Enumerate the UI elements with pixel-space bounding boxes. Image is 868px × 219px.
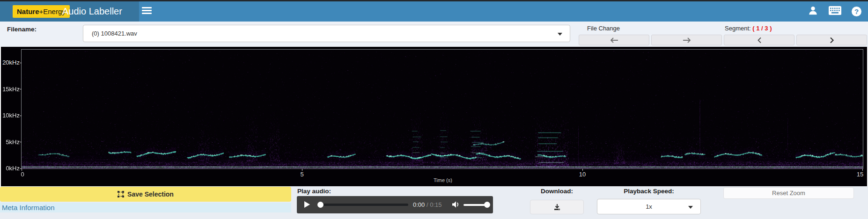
filename-select-value: (0) 1008421.wav [92, 30, 137, 37]
file-change-label: File Change [580, 25, 627, 32]
audio-labeller-app: Nature+Energy Audio Labeller ? Filename:… [0, 0, 868, 219]
duration: 0:15 [430, 201, 441, 208]
volume-thumb[interactable] [484, 202, 490, 208]
chevron-right-icon [830, 37, 834, 44]
time-display: 0:00 / 0:15 [413, 201, 442, 208]
segment-prev-button[interactable] [724, 35, 794, 45]
y-tick-15khz: 15kHz [1, 86, 20, 93]
user-icon[interactable] [808, 5, 818, 18]
y-tick-5khz: 5kHz [1, 139, 20, 146]
arrow-right-icon [683, 37, 691, 43]
play-icon[interactable] [304, 201, 310, 208]
navbar: Nature+Energy Audio Labeller ? [0, 1, 868, 22]
brand-badge-bold: Nature [17, 7, 39, 15]
page-title: Audio Labeller [62, 1, 122, 22]
x-tick-15: 15 [853, 171, 867, 178]
x-axis-title: Time (s) [396, 177, 490, 183]
bottom-controls: Save Selection Meta Information Play aud… [0, 186, 868, 219]
y-tick-20khz: 20kHz [1, 59, 20, 66]
selection-icon [118, 191, 124, 197]
playback-speed-select[interactable]: 1x [597, 199, 701, 214]
play-audio-label: Play audio: [297, 188, 331, 195]
filename-select[interactable]: (0) 1008421.wav [83, 25, 570, 42]
spectrogram-panel: 20kHz 15kHz 10kHz 5kHz 0kHz 0 5 10 15 Ti… [1, 47, 867, 186]
x-tick-0: 0 [15, 171, 29, 178]
save-selection-button[interactable]: Save Selection [0, 187, 291, 202]
playback-speed-label: Playback Speed: [597, 188, 701, 195]
x-tick-10: 10 [575, 171, 589, 178]
hamburger-menu-icon[interactable] [142, 7, 152, 16]
download-icon [553, 204, 561, 211]
seek-thumb[interactable] [317, 202, 324, 208]
reset-zoom-button[interactable]: Reset Zoom [723, 187, 854, 199]
segment-counter: ( 1 / 3 ) [752, 25, 772, 32]
chevron-down-icon [688, 206, 693, 209]
chevron-left-icon [757, 37, 762, 44]
navbar-icons: ? [808, 1, 861, 22]
download-button[interactable] [530, 200, 584, 214]
segment-label: Segment: ( 1 / 3 ) [725, 25, 772, 32]
x-tick-5: 5 [295, 171, 309, 178]
help-icon[interactable]: ? [852, 7, 861, 16]
file-next-button[interactable] [651, 35, 722, 45]
arrow-left-icon [610, 37, 618, 43]
keyboard-icon[interactable] [829, 6, 841, 17]
segment-next-button[interactable] [796, 35, 867, 45]
time-separator: / [427, 201, 428, 208]
filename-label: Filename: [7, 26, 37, 33]
audio-player: 0:00 / 0:15 [297, 196, 493, 213]
playback-speed-value: 1x [646, 203, 652, 210]
volume-icon[interactable] [451, 200, 461, 211]
current-time: 0:00 [413, 201, 425, 208]
spectrogram-canvas[interactable] [22, 50, 863, 168]
y-tick-10khz: 10kHz [1, 112, 20, 119]
save-selection-label: Save Selection [127, 190, 174, 198]
brand-badge-rest: +Energy [39, 7, 66, 15]
download-label: Download: [530, 188, 584, 195]
file-prev-button[interactable] [579, 35, 649, 45]
brand-badge: Nature+Energy [13, 5, 70, 18]
meta-information-header[interactable]: Meta Information [0, 203, 291, 212]
toolbar: Filename: (0) 1008421.wav File Change Se… [0, 22, 868, 47]
chevron-down-icon [558, 33, 562, 36]
seek-track[interactable] [320, 204, 408, 206]
